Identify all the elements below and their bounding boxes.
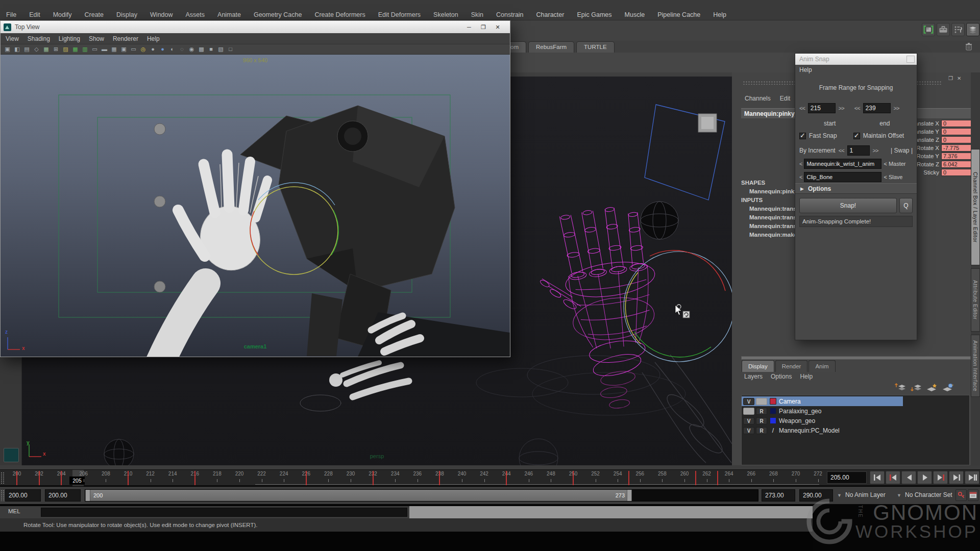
- increment-increment-button[interactable]: >>: [873, 147, 878, 154]
- anim-snap-help-menu[interactable]: Help: [795, 65, 917, 75]
- layer-visibility-toggle[interactable]: [743, 408, 754, 415]
- layer-visibility-toggle[interactable]: V: [743, 427, 754, 434]
- layer-color-swatch[interactable]: [770, 417, 776, 424]
- grid-icon[interactable]: ▦: [71, 45, 79, 53]
- play-forward-button[interactable]: [917, 471, 932, 484]
- menu-edit-deformers[interactable]: Edit Deformers: [378, 11, 421, 18]
- camera-lock-icon[interactable]: ◧: [13, 45, 21, 53]
- mel-label[interactable]: MEL: [8, 508, 20, 514]
- menu-animate[interactable]: Animate: [217, 11, 241, 18]
- lighting-icon[interactable]: ●: [159, 45, 166, 53]
- end-decrement-button[interactable]: <<: [854, 105, 860, 111]
- side-tab-animation-interface[interactable]: Animation Interface: [971, 335, 980, 397]
- show-tool-settings-icon[interactable]: [951, 23, 965, 36]
- show-attribute-editor-icon[interactable]: [922, 23, 935, 36]
- shelf-tab-rebusfarm[interactable]: RebusFarm: [528, 41, 574, 53]
- anim-snap-titlebar[interactable]: Anim Snap: [795, 54, 917, 65]
- anim-snap-titlebar-button[interactable]: [906, 56, 915, 63]
- playback-start-field[interactable]: [45, 489, 81, 502]
- layer-display-type-icon[interactable]: /: [770, 427, 776, 434]
- range-row-grip[interactable]: [1, 490, 4, 501]
- menu-constrain[interactable]: Constrain: [496, 11, 524, 18]
- minimize-button[interactable]: ─: [462, 24, 476, 31]
- step-forward-frame-button[interactable]: [933, 471, 948, 484]
- auto-key-icon[interactable]: [955, 489, 967, 501]
- menu-epic-games[interactable]: Epic Games: [577, 11, 611, 18]
- layer-menu-options[interactable]: Options: [771, 373, 792, 380]
- layer-render-toggle[interactable]: R: [756, 408, 767, 415]
- step-forward-key-button[interactable]: [949, 471, 964, 484]
- resolution-gate-icon[interactable]: ▭: [91, 45, 99, 53]
- character-set-selector[interactable]: No Character Set: [905, 491, 952, 498]
- menu-assets[interactable]: Assets: [186, 11, 205, 18]
- anim-layer-caret-icon[interactable]: ▼: [837, 493, 842, 498]
- close-button[interactable]: ✕: [491, 24, 505, 31]
- step-back-key-button[interactable]: [886, 471, 900, 484]
- shaded-icon[interactable]: ■: [207, 45, 215, 53]
- channel-menu-channels[interactable]: Channels: [745, 95, 771, 102]
- panel-splitter[interactable]: [741, 356, 971, 360]
- mel-input[interactable]: [41, 508, 407, 517]
- image-plane-icon[interactable]: ▦: [42, 45, 50, 53]
- maximize-button[interactable]: ❐: [476, 24, 491, 31]
- menu-create[interactable]: Create: [85, 11, 104, 18]
- menu-modify[interactable]: Modify: [53, 11, 72, 18]
- swap-button[interactable]: | Swap |: [891, 147, 913, 154]
- range-slider-track[interactable]: 200 273: [85, 489, 758, 502]
- layer-tab-display[interactable]: Display: [742, 360, 774, 372]
- menu-muscle[interactable]: Muscle: [625, 11, 645, 18]
- grease-pencil-icon[interactable]: ▨: [62, 45, 69, 53]
- panel-close-icon[interactable]: ✕: [957, 76, 961, 81]
- go-to-end-button[interactable]: [965, 471, 979, 484]
- viewport-layout-thumbnail[interactable]: [4, 448, 19, 462]
- top-view-titlebar[interactable]: Top View ─❐✕: [1, 21, 510, 33]
- end-frame-field[interactable]: [863, 103, 891, 113]
- playback-end-field[interactable]: [762, 489, 795, 502]
- top-view-menu-show[interactable]: Show: [89, 35, 104, 42]
- move-layer-up-icon[interactable]: [894, 383, 906, 394]
- shadows-icon[interactable]: ◐: [168, 45, 176, 53]
- camera-select-icon[interactable]: ▣: [4, 45, 11, 53]
- safe-action-icon[interactable]: ▣: [120, 45, 128, 53]
- mel-result-field[interactable]: [409, 506, 813, 518]
- menu-edit[interactable]: Edit: [29, 11, 40, 18]
- wireframe-icon[interactable]: ▩: [198, 45, 205, 53]
- q-button[interactable]: Q: [899, 198, 913, 213]
- top-view-menu-help[interactable]: Help: [147, 35, 160, 42]
- side-tab-channel-box-layer-editor[interactable]: Channel Box / Layer Editor: [971, 149, 980, 265]
- menu-pipeline-cache[interactable]: Pipeline Cache: [657, 11, 700, 18]
- animation-end-field[interactable]: [799, 489, 833, 502]
- top-view-menu-shading[interactable]: Shading: [28, 35, 50, 42]
- animation-preferences-icon[interactable]: [968, 489, 978, 501]
- layer-visibility-toggle[interactable]: V: [743, 398, 754, 405]
- film-gate-icon[interactable]: ▥: [81, 45, 89, 53]
- layer-tab-anim[interactable]: Anim: [808, 360, 835, 372]
- frame-selection-icon[interactable]: ●: [149, 45, 157, 53]
- menu-skin[interactable]: Skin: [471, 11, 483, 18]
- rotate-manipulator[interactable]: [624, 251, 732, 362]
- layer-render-toggle[interactable]: R: [756, 417, 767, 424]
- options-collapsible[interactable]: ▶ Options: [795, 183, 917, 194]
- menu-help[interactable]: Help: [713, 11, 726, 18]
- layer-row-paralaxing-geo[interactable]: RParalaxing_geo: [742, 406, 969, 416]
- pan-zoom-icon[interactable]: ⊞: [52, 45, 60, 53]
- top-view-window[interactable]: Top View ─❐✕ ViewShadingLightingShowRend…: [0, 20, 510, 357]
- textured-icon[interactable]: ▧: [217, 45, 225, 53]
- trash-icon[interactable]: [965, 42, 972, 53]
- top-view-menu-lighting[interactable]: Lighting: [59, 35, 80, 42]
- menu-skeleton[interactable]: Skeleton: [433, 11, 458, 18]
- channel-menu-edit[interactable]: Edit: [780, 95, 791, 102]
- menu-character[interactable]: Character: [536, 11, 565, 18]
- increment-decrement-button[interactable]: <<: [839, 147, 844, 154]
- layer-color-swatch[interactable]: [770, 408, 776, 414]
- gate-mask-icon[interactable]: ▬: [101, 45, 108, 53]
- side-tab-attribute-editor[interactable]: Attribute Editor: [971, 268, 980, 332]
- anim-snap-window[interactable]: Anim Snap Help Frame Range for Snapping …: [795, 53, 917, 340]
- new-empty-layer-icon[interactable]: [926, 383, 938, 394]
- current-time-field[interactable]: [827, 471, 867, 484]
- menu-window[interactable]: Window: [150, 11, 173, 18]
- range-slider-active[interactable]: 200 273: [85, 490, 632, 501]
- time-slider-grip[interactable]: [1, 472, 4, 484]
- frame-all-icon[interactable]: ◎: [139, 45, 147, 53]
- xray-icon[interactable]: □: [227, 45, 234, 53]
